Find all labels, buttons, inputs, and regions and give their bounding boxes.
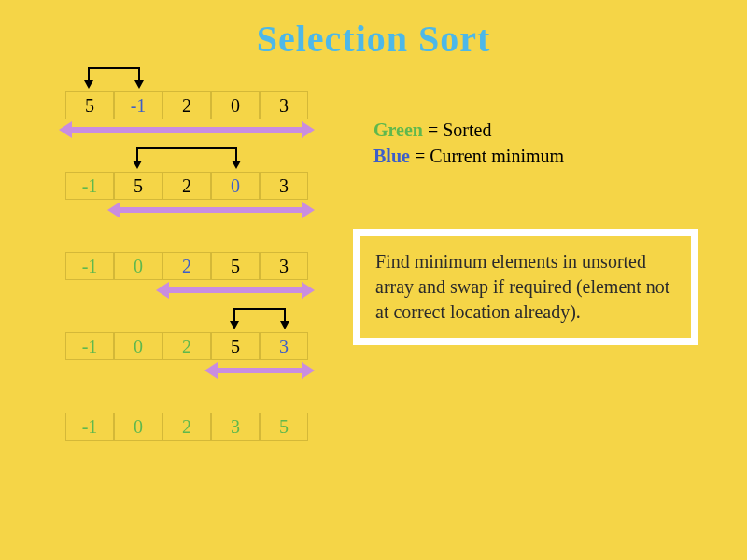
array-cell: 2 [162,332,211,360]
array-step-1: -15203 [65,172,308,200]
array-cell: 3 [260,172,308,200]
range-arrow [217,368,303,373]
swap-arrow [80,67,148,90]
array-cell: 5 [260,413,308,441]
array-cell: 5 [114,172,162,200]
array-cell: -1 [65,172,114,200]
swap-arrow [129,147,245,170]
array-step-2: -10253 [65,252,308,280]
array-steps: 5-1203-15203-10253-10253-10235 [65,91,308,441]
array-cell: 5 [211,332,260,360]
array-cell: 2 [162,172,211,200]
legend-blue-label: Blue [374,146,410,166]
legend-green-label: Green [374,119,423,140]
array-cell: 0 [114,252,162,280]
array-cell: 0 [114,332,162,360]
legend-green: Green = Sorted [374,117,564,143]
array-cell: 5 [65,91,114,119]
array-cell: 0 [211,172,260,200]
array-cell: 2 [162,252,211,280]
legend-blue-rest: = Current minimum [410,146,564,166]
description-box: Find minimum elements in unsorted array … [353,229,698,345]
array-step-3: -10253 [65,332,308,360]
array-cell: 0 [114,413,162,441]
range-arrow [120,207,303,213]
array-step-4: -10235 [65,413,308,441]
swap-arrow [226,308,293,330]
range-arrow [71,127,303,133]
legend-blue: Blue = Current minimum [374,143,564,169]
legend: Green = Sorted Blue = Current minimum [374,117,564,169]
array-cell: -1 [65,252,114,280]
array-cell: 2 [162,413,211,441]
page-title: Selection Sort [0,17,747,61]
array-cell: 5 [211,252,260,280]
array-cell: -1 [65,413,114,441]
range-arrow [168,287,303,293]
array-cell: 3 [260,332,308,360]
legend-green-rest: = Sorted [423,119,492,140]
array-cell: 3 [260,252,308,280]
array-cell: -1 [114,91,162,119]
array-step-0: 5-1203 [65,91,308,119]
array-cell: -1 [65,332,114,360]
array-cell: 2 [162,91,211,119]
description-text: Find minimum elements in unsorted array … [375,251,669,322]
array-cell: 3 [260,91,308,119]
array-cell: 3 [211,413,260,441]
array-cell: 0 [211,91,260,119]
